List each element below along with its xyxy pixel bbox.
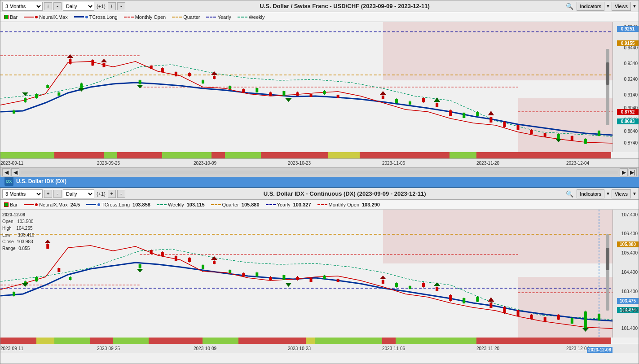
nav-left2-btn-upper[interactable]: ◀ bbox=[11, 168, 19, 176]
svg-rect-19 bbox=[139, 80, 141, 84]
svg-rect-157 bbox=[476, 297, 479, 302]
price-badge-8752: 0.8752 bbox=[617, 109, 639, 115]
upper-scrollbar-thumb[interactable] bbox=[606, 62, 609, 85]
upper-chart-content[interactable] bbox=[0, 22, 613, 152]
sub-mult-btn-upper[interactable]: - bbox=[117, 2, 125, 10]
period-selector-upper[interactable]: 3 Months 1 Day 1 Week 1 Month 6 Months 1… bbox=[2, 2, 43, 11]
svg-rect-31 bbox=[213, 76, 216, 79]
svg-rect-87 bbox=[104, 152, 117, 158]
neuralx-dot-lower bbox=[35, 203, 38, 206]
legend-tcross-upper: TCross.Long bbox=[74, 14, 118, 20]
lower-price-label-1064: 106.400 bbox=[621, 231, 638, 236]
legend-monthly-lower: Monthly Open 103.290 bbox=[317, 202, 380, 207]
svg-rect-27 bbox=[188, 73, 191, 76]
lower-signal-down-4 bbox=[488, 297, 494, 302]
ohlc-info-box: 2023-12-08 Open 103.500 High 104.265 Low… bbox=[2, 211, 34, 252]
neuralx-legend-dot bbox=[35, 16, 38, 18]
yearly-line-lower bbox=[266, 204, 276, 205]
lower-price-label-1014: 101.400 bbox=[621, 326, 638, 331]
svg-rect-89 bbox=[162, 152, 212, 158]
svg-rect-53 bbox=[395, 99, 398, 103]
svg-rect-83 bbox=[598, 131, 600, 136]
bar-legend-icon-lower bbox=[4, 202, 9, 207]
price-label-9340: 0.9340 bbox=[624, 61, 638, 66]
neuralx-legend-line bbox=[24, 17, 34, 18]
weekly-legend-line bbox=[238, 17, 247, 18]
monthly-legend-label-lower: Monthly Open bbox=[329, 202, 359, 207]
add-mult-btn-lower[interactable]: + bbox=[108, 190, 116, 198]
date-label-1204: 2023-12-04 bbox=[566, 161, 589, 166]
signal-arrow-down-1 bbox=[67, 54, 73, 58]
date-label-1009: 2023-10-09 bbox=[194, 161, 216, 166]
period-selector-lower[interactable]: 3 Months 1 Day 1 Week 1 Month 6 Months 1… bbox=[2, 189, 43, 198]
sub-mult-btn-lower[interactable]: - bbox=[117, 190, 125, 198]
price-label-8840: 0.8840 bbox=[624, 129, 638, 134]
svg-rect-141 bbox=[337, 279, 339, 282]
svg-rect-161 bbox=[503, 307, 506, 313]
price-badge-8693: 0.8693 bbox=[617, 118, 639, 124]
lower-toolbar: 3 Months 1 Day 1 Week 1 Month 6 Months 1… bbox=[0, 188, 639, 200]
svg-rect-176 bbox=[0, 338, 36, 344]
lower-scrollbar[interactable] bbox=[606, 234, 609, 311]
tcross-legend-label: TCross.Long bbox=[89, 14, 118, 20]
lower-legend: Bar NeuralX.Max 24.5 TCross.Long 103.858… bbox=[0, 200, 639, 210]
ohlc-open: Open 103.500 bbox=[2, 218, 34, 225]
svg-rect-131 bbox=[269, 277, 272, 280]
svg-rect-123 bbox=[213, 261, 216, 264]
date-label-1120: 2023-11-20 bbox=[476, 161, 499, 166]
multiplier-lower: (+1) bbox=[96, 191, 106, 197]
views-btn-lower[interactable]: Views bbox=[612, 189, 631, 198]
legend-quarter-lower: Quarter 105.880 bbox=[211, 202, 260, 207]
svg-rect-61 bbox=[449, 110, 452, 116]
tcross-legend-line-lower bbox=[86, 204, 96, 205]
upper-scroll-nav: ◀ ◀ ▶ ▶| bbox=[0, 167, 639, 177]
zoom-out-btn-lower[interactable]: - bbox=[53, 190, 62, 198]
zoom-in-btn-lower[interactable]: + bbox=[44, 190, 52, 198]
zoom-in-btn-upper[interactable]: + bbox=[44, 2, 52, 10]
svg-rect-43 bbox=[296, 92, 299, 96]
svg-rect-85 bbox=[54, 152, 77, 158]
views-btn-upper[interactable]: Views bbox=[612, 2, 631, 11]
lower-scrollbar-thumb[interactable] bbox=[606, 248, 609, 270]
svg-rect-81 bbox=[584, 139, 587, 144]
nav-end-btn-upper[interactable]: ▶| bbox=[629, 168, 637, 176]
svg-rect-79 bbox=[571, 136, 573, 140]
svg-rect-39 bbox=[269, 92, 272, 96]
ohlc-close: Close 103.983 bbox=[2, 238, 34, 245]
timeframe-selector-lower[interactable]: Daily Weekly Monthly bbox=[63, 189, 94, 198]
tcross-legend-dot bbox=[85, 16, 88, 18]
upper-scrollbar-track[interactable] bbox=[21, 171, 618, 174]
weekly-legend-label-lower: Weekly bbox=[168, 202, 184, 207]
svg-rect-151 bbox=[436, 287, 438, 291]
lower-chart-content[interactable] bbox=[0, 210, 613, 338]
lower-date-label-1023: 2023-10-23 bbox=[288, 346, 311, 351]
upper-legend: Bar NeuralX.Max TCross.Long Monthly Open… bbox=[0, 12, 639, 22]
search-icon-upper[interactable]: 🔍 bbox=[564, 3, 575, 10]
nav-right-btn-upper[interactable]: ▶ bbox=[620, 168, 628, 176]
upper-shade-top bbox=[383, 22, 613, 80]
svg-rect-90 bbox=[212, 152, 225, 158]
date-label-0925: 2023-09-25 bbox=[97, 161, 120, 166]
zoom-out-btn-upper[interactable]: - bbox=[53, 2, 62, 10]
upper-chart-svg bbox=[0, 22, 613, 152]
dx-icon: DX bbox=[4, 177, 13, 186]
search-icon-lower[interactable]: 🔍 bbox=[564, 190, 575, 197]
nav-left-btn-upper[interactable]: ◀ bbox=[2, 168, 10, 176]
lower-signal-up-2 bbox=[137, 269, 143, 272]
quarter-line-lower bbox=[211, 204, 221, 205]
indicators-btn-upper[interactable]: Indicators bbox=[577, 2, 604, 11]
timeframe-selector-upper[interactable]: Daily Weekly Monthly bbox=[63, 2, 94, 11]
svg-rect-183 bbox=[238, 338, 306, 344]
svg-rect-143 bbox=[382, 280, 384, 284]
svg-rect-167 bbox=[544, 317, 546, 322]
upper-color-band bbox=[0, 152, 639, 158]
svg-rect-117 bbox=[175, 256, 177, 261]
signal-arrow-down-3 bbox=[211, 71, 217, 75]
upper-scrollbar[interactable] bbox=[606, 49, 609, 125]
ohlc-high: High 104.265 bbox=[2, 225, 34, 232]
svg-rect-103 bbox=[35, 277, 38, 281]
indicators-btn-lower[interactable]: Indicators bbox=[577, 189, 604, 198]
add-mult-btn-upper[interactable]: + bbox=[108, 2, 116, 10]
lower-chart-panel: 3 Months 1 Day 1 Week 1 Month 6 Months 1… bbox=[0, 188, 639, 364]
signal-arrow-down-5 bbox=[488, 111, 494, 115]
